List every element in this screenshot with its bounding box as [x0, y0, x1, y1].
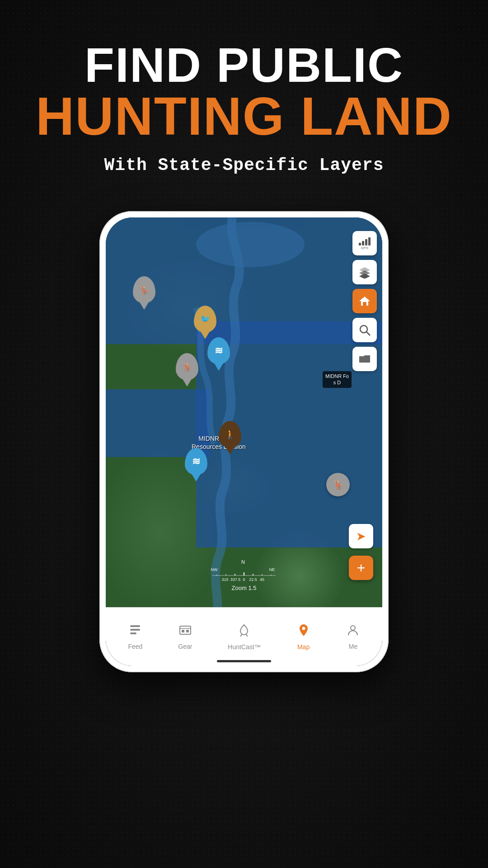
svg-text:0: 0: [243, 577, 245, 582]
search-button[interactable]: [352, 318, 377, 342]
add-button[interactable]: +: [349, 556, 373, 580]
phone-inner: MIDNR ForestResources Division 🦌 🐦: [106, 217, 382, 666]
layers-icon: [358, 266, 371, 278]
svg-rect-4: [363, 302, 366, 306]
svg-point-5: [360, 326, 367, 333]
svg-point-30: [302, 627, 305, 630]
nav-label-huntcast: HuntCast™: [228, 643, 260, 651]
compass: N NW NE 315: [208, 557, 280, 585]
map-sidebar: GPS: [352, 231, 377, 371]
map-area[interactable]: MIDNR ForestResources Division 🦌 🐦: [106, 217, 382, 666]
feed-icon: [128, 623, 142, 640]
subtitle: With State-Specific Layers: [36, 156, 452, 175]
me-icon: [346, 623, 360, 640]
zoom-label: Zoom 1.5: [232, 585, 257, 591]
signal-bar-4: [368, 237, 371, 245]
huntcast-icon: [237, 623, 251, 641]
bottom-nav-bar: Feed G: [106, 607, 382, 666]
map-pin-hiker[interactable]: 🚶: [219, 421, 241, 448]
nav-item-huntcast[interactable]: HuntCast™: [221, 618, 267, 655]
svg-line-6: [366, 332, 370, 335]
svg-point-0: [196, 222, 305, 267]
svg-rect-26: [180, 626, 191, 634]
navigate-button[interactable]: ➤: [349, 524, 373, 548]
nav-item-feed[interactable]: Feed: [121, 619, 150, 655]
phone-mockup: MIDNR ForestResources Division 🦌 🐦: [99, 211, 389, 672]
map-pin-deer-1[interactable]: 🦌: [133, 276, 155, 303]
gps-label: GPS: [361, 246, 369, 250]
layers-button[interactable]: [352, 260, 377, 284]
svg-text:NE: NE: [269, 567, 275, 572]
map-pin-water-2[interactable]: ≋: [185, 448, 207, 475]
midnr-panel: MIDNR Fo s D: [323, 371, 352, 388]
signal-bar-3: [365, 239, 367, 245]
property-button[interactable]: [352, 289, 377, 313]
map-icon: [296, 623, 311, 641]
svg-text:NW: NW: [211, 567, 218, 572]
midnr-panel-line1: MIDNR Fo: [325, 373, 349, 379]
svg-point-31: [351, 626, 355, 630]
gear-icon: [178, 623, 192, 640]
page-wrapper: FIND PUBLIC HUNTING LAND With State-Spec…: [0, 0, 488, 672]
gps-button[interactable]: GPS: [352, 231, 377, 255]
property-icon: [358, 295, 371, 307]
svg-text:45: 45: [260, 577, 264, 582]
svg-text:22.5: 22.5: [249, 577, 257, 582]
search-icon: [358, 324, 371, 336]
svg-text:315: 315: [221, 577, 228, 582]
signal-bar-2: [362, 241, 364, 245]
map-pin-bird[interactable]: 🐦: [194, 306, 216, 333]
nav-label-feed: Feed: [128, 643, 142, 650]
map-pin-water-1[interactable]: ≋: [207, 337, 230, 364]
signal-bar-1: [359, 243, 361, 245]
nav-item-gear[interactable]: Gear: [171, 619, 199, 655]
folder-icon: [358, 353, 371, 365]
headline-section: FIND PUBLIC HUNTING LAND With State-Spec…: [36, 41, 452, 175]
nav-label-me: Me: [349, 643, 357, 650]
svg-text:337.5: 337.5: [230, 577, 241, 582]
headline-line1: FIND PUBLIC: [36, 41, 452, 90]
svg-rect-28: [182, 630, 184, 632]
nav-item-map[interactable]: Map: [289, 618, 318, 655]
map-pin-deer-2[interactable]: 🦌: [176, 353, 198, 380]
svg-text:N: N: [241, 559, 245, 565]
headline-line2: HUNTING LAND: [36, 90, 452, 143]
nav-label-gear: Gear: [178, 643, 192, 650]
svg-rect-29: [186, 630, 189, 632]
gps-signal-bars: [359, 236, 371, 245]
svg-marker-3: [359, 274, 370, 278]
svg-rect-24: [130, 629, 140, 631]
deer-pin-floating[interactable]: 🦌: [326, 473, 350, 496]
svg-rect-23: [130, 625, 140, 627]
folder-button[interactable]: [352, 347, 377, 371]
home-indicator: [217, 660, 271, 662]
nav-label-map: Map: [297, 643, 310, 651]
midnr-panel-line2: s D: [325, 379, 349, 386]
phone-outer: MIDNR ForestResources Division 🦌 🐦: [99, 211, 389, 672]
nav-item-me[interactable]: Me: [339, 619, 367, 655]
svg-rect-25: [130, 632, 136, 634]
